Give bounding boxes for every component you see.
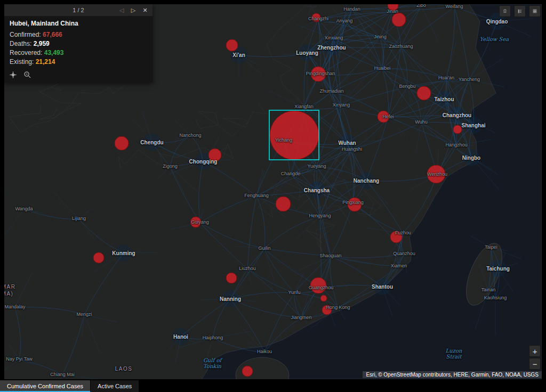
case-circle[interactable] (320, 295, 327, 301)
case-circle[interactable] (453, 125, 462, 134)
case-circle[interactable] (242, 366, 253, 377)
covid-dashboard: HandanJinanZiboWeifangQingdaoChangzhiAny… (0, 0, 546, 392)
case-circle[interactable] (417, 86, 431, 100)
case-circle[interactable] (388, 4, 398, 11)
zoom-controls: + − (529, 345, 541, 370)
case-circle[interactable] (427, 165, 445, 183)
map-attribution: Esri, © OpenStreetMap contributors, HERE… (363, 371, 542, 378)
popup-body: Hubei, Mainland China Confirmed: 67,666D… (4, 16, 152, 68)
tab-active-cases[interactable]: Active Cases (91, 380, 139, 392)
bottom-tab-bar: Cumulative Confirmed CasesActive Cases (0, 380, 546, 392)
popup-field-row: Confirmed: 67,666 (10, 30, 147, 39)
popup-fields: Confirmed: 67,666Deaths: 2,959Recovered:… (10, 30, 147, 67)
popup-field-label: Recovered: (10, 49, 44, 56)
case-circle[interactable] (392, 13, 406, 27)
next-feature-button[interactable]: ▷ (128, 5, 139, 15)
basemap-icon[interactable] (529, 5, 541, 17)
case-circle[interactable] (226, 39, 238, 51)
case-circle[interactable] (348, 198, 362, 211)
feature-popup: 1 / 2 ◁ ▷ ✕ Hubei, Mainland China Confir… (4, 4, 152, 83)
legend-icon[interactable] (514, 5, 526, 17)
case-circle[interactable] (115, 136, 129, 150)
popup-tools (4, 68, 152, 83)
case-circle[interactable] (93, 252, 104, 263)
bookmark-icon[interactable] (499, 5, 511, 17)
popup-pagination: 1 / 2 (73, 7, 84, 13)
case-circle[interactable] (312, 13, 320, 22)
case-circle[interactable] (310, 277, 326, 293)
magnifier-icon[interactable] (23, 71, 31, 79)
prev-feature-button[interactable]: ◁ (116, 5, 127, 15)
case-circle[interactable] (270, 111, 319, 160)
popup-field-value: 67,666 (43, 31, 62, 38)
case-circle[interactable] (190, 217, 201, 227)
popup-field-label: Existing: (10, 58, 36, 66)
zoom-out-button[interactable]: − (529, 358, 541, 370)
zoom-in-button[interactable]: + (529, 345, 541, 357)
zoom-to-icon[interactable] (9, 71, 17, 79)
popup-nav: ◁ ▷ ✕ (116, 4, 150, 16)
case-circle[interactable] (226, 273, 237, 283)
popup-header: 1 / 2 ◁ ▷ ✕ (4, 4, 152, 16)
tab-cumulative-confirmed-cases[interactable]: Cumulative Confirmed Cases (0, 380, 91, 392)
sea (202, 4, 542, 379)
case-circle[interactable] (208, 149, 221, 161)
popup-field-value: 43,493 (44, 49, 64, 56)
popup-field-row: Deaths: 2,959 (10, 39, 147, 48)
popup-field-row: Existing: 21,214 (10, 58, 147, 67)
close-popup-button[interactable]: ✕ (140, 5, 150, 15)
popup-title: Hubei, Mainland China (10, 20, 147, 27)
popup-field-value: 21,214 (36, 58, 55, 66)
map-toolbar (499, 5, 541, 17)
popup-field-label: Confirmed: (10, 31, 43, 38)
case-circle[interactable] (322, 305, 332, 315)
case-circle[interactable] (311, 67, 326, 81)
popup-field-row: Recovered: 43,493 (10, 48, 147, 58)
popup-field-label: Deaths: (10, 40, 34, 47)
case-circle[interactable] (378, 111, 389, 123)
case-circle[interactable] (390, 231, 402, 243)
case-circle[interactable] (276, 197, 291, 211)
popup-field-value: 2,959 (34, 40, 50, 47)
